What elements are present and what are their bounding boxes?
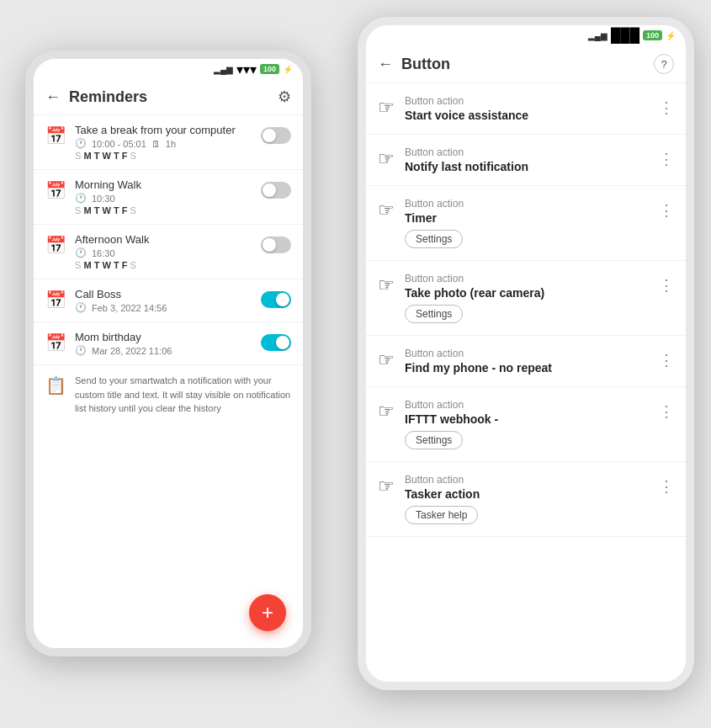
reminder-time: Mar 28, 2022 11:06 (92, 346, 172, 356)
reminder-info: Mom birthday 🕐 Mar 28, 2022 11:06 (75, 331, 252, 356)
note-icon: 📋 (45, 375, 66, 396)
reminder-info: Morning Walk 🕐 10:30 S M T W T F S (75, 178, 252, 215)
button-label: Button action (405, 146, 649, 158)
button-item[interactable]: ☞ Button action IFTTT webhook - Settings… (366, 387, 686, 462)
more-options-icon[interactable]: ⋮ (659, 276, 674, 295)
battery-icon-left: 100 (260, 64, 279, 74)
button-info: Button action Timer Settings (405, 198, 649, 248)
reminder-item[interactable]: 📅 Call Boss 🕐 Feb 3, 2022 14:56 (34, 279, 303, 322)
reminder-item[interactable]: 📅 Mom birthday 🕐 Mar 28, 2022 11:06 (34, 322, 303, 365)
button-item[interactable]: ☞ Button action Tasker action Tasker hel… (366, 462, 686, 537)
reminder-toggle[interactable] (261, 291, 291, 308)
reminder-item[interactable]: 📅 Afternoon Walk 🕐 16:30 S M T W T F S (34, 225, 303, 279)
reminder-name: Afternoon Walk (75, 233, 252, 246)
page-title-left: Reminders (69, 88, 278, 106)
reminder-time: 10:30 (92, 194, 115, 204)
clock-icon: 🕐 (75, 138, 87, 149)
back-button-right[interactable]: ← (378, 56, 393, 73)
more-options-icon[interactable]: ⋮ (659, 402, 674, 421)
reminder-days: S M T W T F S (75, 260, 252, 270)
button-info: Button action Notify last notification (405, 146, 649, 173)
more-options-icon[interactable]: ⋮ (659, 150, 674, 168)
button-label: Button action (405, 273, 649, 284)
page-title-right: Button (401, 56, 654, 73)
tasker-help-button[interactable]: Tasker help (405, 506, 478, 524)
touch-icon: ☞ (378, 401, 395, 422)
touch-icon: ☞ (378, 148, 395, 170)
charging-icon-left: ⚡ (283, 65, 293, 74)
settings-button[interactable]: Settings (405, 431, 463, 449)
reminder-name: Take a break from your computer (75, 124, 252, 136)
more-options-icon[interactable]: ⋮ (659, 201, 674, 220)
battery-icon-right: 100 (643, 30, 662, 40)
touch-icon: ☞ (378, 199, 395, 221)
calendar-icon: 📅 (45, 290, 66, 310)
button-item[interactable]: ☞ Button action Notify last notification… (366, 135, 686, 186)
more-options-icon[interactable]: ⋮ (659, 98, 674, 117)
right-header: ← Button ? (366, 45, 686, 83)
quick-note-text: Send to your smartwatch a notification w… (75, 374, 291, 416)
button-item[interactable]: ☞ Button action Timer Settings ⋮ (366, 186, 686, 261)
right-phone: ▂▄▆ ███ 100 ⚡ ← Button ? ☞ Button action… (358, 17, 694, 690)
signal-icon-left: ▂▄▆ (214, 65, 233, 74)
reminder-time: 10:00 - 05:01 (92, 139, 146, 149)
touch-icon: ☞ (378, 274, 395, 296)
calendar-icon: 📅 (45, 332, 66, 353)
button-item[interactable]: ☞ Button action Find my phone - no repea… (366, 336, 686, 387)
button-name: IFTTT webhook - (405, 412, 649, 426)
left-phone: ▂▄▆ ▾▾▾ 100 ⚡ ← Reminders ⚙ 📅 Take a bre… (25, 50, 311, 656)
help-icon[interactable]: ? (654, 54, 674, 74)
button-name: Notify last notification (405, 160, 649, 173)
more-options-icon[interactable]: ⋮ (659, 351, 674, 369)
touch-icon: ☞ (378, 349, 395, 371)
reminder-item[interactable]: 📅 Morning Walk 🕐 10:30 S M T W T F S (34, 170, 303, 225)
button-label: Button action (405, 348, 649, 359)
reminder-toggle[interactable] (261, 127, 291, 144)
button-info: Button action Take photo (rear camera) S… (405, 273, 649, 323)
quick-note-item[interactable]: 📋 Send to your smartwatch a notification… (34, 365, 303, 424)
gear-icon-left[interactable]: ⚙ (278, 88, 291, 106)
reminder-name: Mom birthday (75, 331, 252, 343)
reminder-days: S M T W T F S (75, 205, 252, 215)
reminder-toggle[interactable] (261, 236, 291, 253)
reminder-item[interactable]: 📅 Take a break from your computer 🕐 10:0… (34, 115, 303, 170)
button-info: Button action Find my phone - no repeat (405, 348, 649, 375)
settings-button[interactable]: Settings (405, 230, 463, 248)
button-list: ☞ Button action Start voice assistance ⋮… (366, 83, 686, 664)
reminder-toggle[interactable] (261, 182, 291, 199)
button-info: Button action IFTTT webhook - Settings (405, 399, 649, 449)
button-name: Start voice assistance (405, 109, 649, 122)
reminder-toggle[interactable] (261, 334, 291, 351)
button-info: Button action Tasker action Tasker help (405, 474, 649, 524)
reminder-info: Afternoon Walk 🕐 16:30 S M T W T F S (75, 233, 252, 270)
status-bar-right: ▂▄▆ ███ 100 ⚡ (366, 25, 686, 45)
button-name: Timer (405, 211, 649, 225)
clock-icon: 🕐 (75, 302, 87, 313)
clock-icon: 🕐 (75, 345, 87, 356)
reminder-duration: 1h (166, 139, 176, 149)
more-options-icon[interactable]: ⋮ (659, 477, 674, 496)
reminder-meta: 🕐 10:30 (75, 193, 252, 204)
charging-icon-right: ⚡ (666, 31, 676, 40)
reminder-meta: 🕐 16:30 (75, 247, 252, 258)
reminder-time: Feb 3, 2022 14:56 (92, 303, 167, 313)
button-item[interactable]: ☞ Button action Take photo (rear camera)… (366, 261, 686, 336)
reminder-time: 16:30 (92, 248, 115, 258)
back-button-left[interactable]: ← (45, 88, 61, 106)
button-label: Button action (405, 474, 649, 486)
button-item[interactable]: ☞ Button action Start voice assistance ⋮ (366, 83, 686, 135)
status-bar-left: ▂▄▆ ▾▾▾ 100 ⚡ (34, 59, 303, 79)
reminder-meta: 🕐 Feb 3, 2022 14:56 (75, 302, 252, 313)
wifi-icon-right: ███ (611, 28, 639, 43)
calendar-icon: 📅 (45, 180, 66, 200)
calendar-icon: 📅 (45, 235, 66, 255)
settings-button[interactable]: Settings (405, 305, 463, 323)
reminder-name: Call Boss (75, 288, 252, 300)
add-reminder-fab[interactable]: + (249, 594, 286, 631)
duration-icon: 🗓 (151, 139, 161, 149)
button-name: Tasker action (405, 487, 649, 501)
button-name: Find my phone - no repeat (405, 361, 649, 375)
reminder-list: 📅 Take a break from your computer 🕐 10:0… (34, 115, 303, 629)
button-label: Button action (405, 198, 649, 210)
button-label: Button action (405, 399, 649, 411)
